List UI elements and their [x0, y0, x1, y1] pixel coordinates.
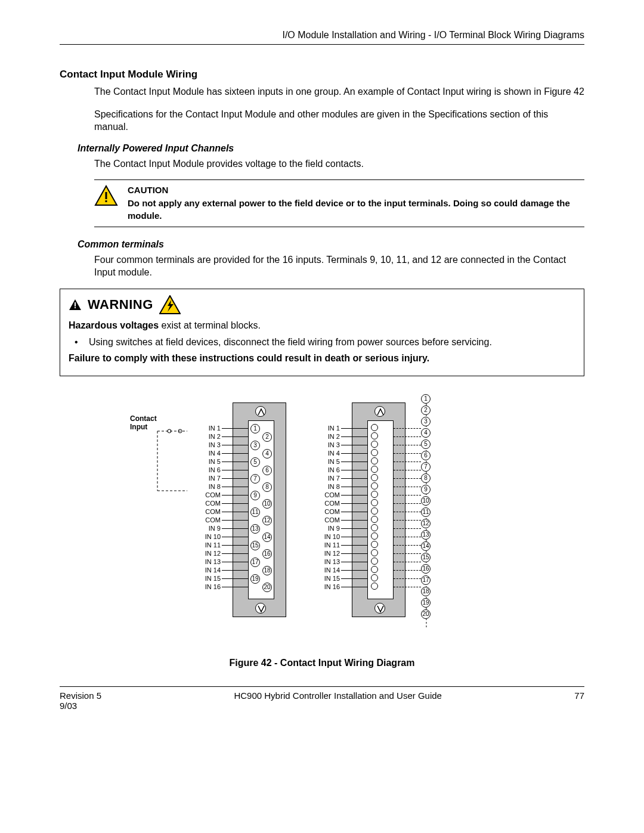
dashed-connector — [394, 436, 421, 437]
wire-line — [341, 512, 367, 512]
dashed-connector — [394, 578, 421, 579]
screw-icon — [374, 406, 385, 417]
paragraph: Specifications for the Contact Input Mod… — [94, 108, 584, 134]
terminal-label: IN 11 — [304, 541, 340, 549]
dashed-connector — [394, 545, 421, 546]
terminal-number: 1 — [421, 394, 431, 404]
terminal-label: IN 3 — [304, 441, 340, 448]
terminal-number: 18 — [262, 566, 272, 575]
wire-line — [341, 553, 367, 554]
wire-line — [222, 487, 248, 487]
terminal-number: 9 — [250, 491, 260, 500]
dashed-connector — [394, 487, 421, 487]
terminal-label: COM — [185, 491, 221, 498]
wire-line — [222, 470, 248, 470]
terminal-label: COM — [185, 508, 221, 515]
wire-line — [222, 503, 248, 504]
terminal-label: IN 3 — [185, 441, 221, 448]
paragraph: The Contact Input Module provides voltag… — [94, 157, 584, 171]
wire-line — [222, 553, 248, 554]
terminal-number: 8 — [421, 473, 431, 483]
wire-line — [222, 453, 248, 454]
terminal-label: COM — [304, 508, 340, 515]
date: 9/03 — [60, 701, 101, 711]
terminal-label: COM — [304, 500, 340, 507]
terminal-number: 16 — [421, 564, 431, 574]
terminal-label: IN 14 — [304, 566, 340, 574]
screw-terminal — [371, 532, 378, 540]
screw-terminal — [371, 441, 378, 448]
terminal-number: 7 — [421, 462, 431, 472]
caution-block: CAUTION Do not apply any external power … — [94, 179, 584, 227]
terminal-label: COM — [185, 516, 221, 524]
wire-line — [222, 587, 248, 587]
wire-line — [341, 587, 367, 587]
terminal-number: 1 — [250, 424, 260, 433]
wire-line — [341, 562, 367, 562]
wire-line — [222, 528, 248, 529]
screw-icon — [374, 603, 385, 614]
terminal-number: 16 — [262, 549, 272, 559]
terminal-label: IN 4 — [185, 450, 221, 457]
terminal-label: IN 9 — [185, 525, 221, 532]
page-header: I/O Module Installation and Wiring - I/O… — [60, 30, 584, 45]
contact-label: Input — [130, 423, 147, 431]
terminal-number: 4 — [262, 449, 272, 459]
terminal-number: 13 — [421, 530, 431, 540]
subsection-title: Internally Powered Input Channels — [78, 143, 584, 154]
terminal-number: 19 — [421, 598, 431, 608]
svg-rect-1 — [106, 192, 107, 199]
terminal-number: 20 — [421, 609, 431, 619]
screw-icon — [255, 406, 266, 417]
terminal-label: IN 6 — [185, 466, 221, 473]
terminal-label: COM — [185, 500, 221, 507]
terminal-number: 9 — [421, 485, 431, 494]
wire-line — [341, 503, 367, 504]
bold-text: Hazardous voltages — [69, 320, 159, 330]
dashed-connector — [394, 553, 421, 554]
wire-line — [341, 578, 367, 579]
caution-label: CAUTION — [128, 185, 584, 195]
paragraph: The Contact Input Module has sixteen inp… — [94, 85, 584, 98]
warning-line: Hazardous voltages exist at terminal blo… — [69, 319, 575, 332]
terminal-label: IN 5 — [304, 458, 340, 465]
dashed-connector — [394, 512, 421, 512]
terminal-number: 6 — [262, 466, 272, 475]
terminal-number: 19 — [250, 574, 260, 584]
alert-icon — [69, 299, 82, 311]
contact-label: Contact — [130, 414, 157, 423]
terminal-label: IN 14 — [185, 566, 221, 574]
bullet-text: Using switches at field devices, disconn… — [89, 336, 492, 349]
screw-terminal — [371, 432, 378, 439]
screw-terminal — [371, 499, 378, 506]
terminal-number: 2 — [421, 405, 431, 415]
wire-line — [341, 478, 367, 479]
wire-line — [222, 520, 248, 521]
dashed-connector — [394, 520, 421, 521]
wire-line — [341, 470, 367, 470]
screw-terminal — [371, 574, 378, 581]
wire-line — [222, 462, 248, 462]
svg-rect-4 — [75, 302, 76, 306]
terminal-label: IN 15 — [185, 575, 221, 582]
terminal-label: IN 13 — [304, 558, 340, 565]
section-title: Contact Input Module Wiring — [60, 69, 584, 80]
shock-icon — [159, 295, 181, 314]
wire-line — [222, 512, 248, 512]
screw-terminal — [371, 558, 378, 565]
screw-terminal — [371, 482, 378, 490]
dashed-connector — [394, 470, 421, 470]
warning-word: WARNING — [88, 297, 153, 312]
terminal-number: 12 — [421, 519, 431, 528]
svg-rect-2 — [106, 200, 107, 202]
terminal-label: IN 5 — [185, 458, 221, 465]
wire-line — [222, 545, 248, 546]
wire-line — [222, 578, 248, 579]
terminal-number: 12 — [262, 516, 272, 525]
dashed-connector — [394, 495, 421, 496]
terminal-label: IN 7 — [304, 475, 340, 482]
screw-terminal — [371, 541, 378, 548]
page-footer: Revision 5 9/03 HC900 Hybrid Controller … — [60, 686, 584, 711]
figure-caption: Figure 42 - Contact Input Wiring Diagram — [60, 658, 584, 668]
dashed-connector — [394, 528, 421, 529]
